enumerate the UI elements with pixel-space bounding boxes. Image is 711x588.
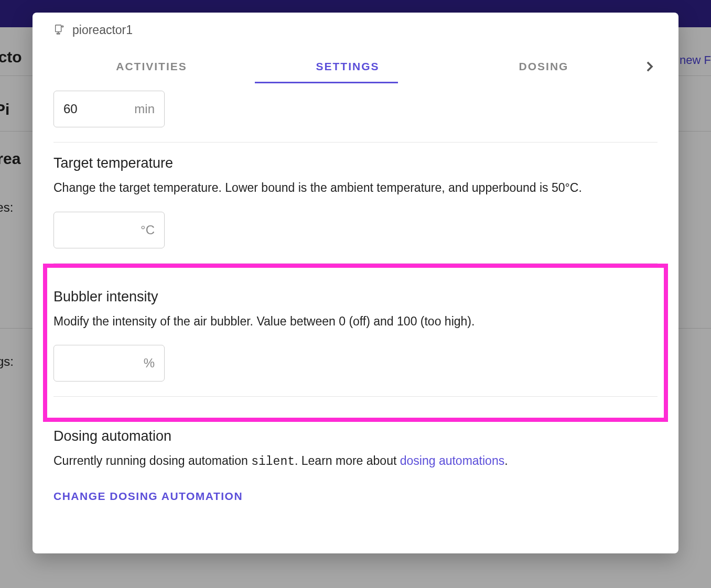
duration-unit: min xyxy=(134,102,155,116)
device-name: pioreactor1 xyxy=(72,23,133,37)
tabs: ACTIVITIES SETTINGS DOSING xyxy=(53,52,658,83)
dosing-desc: Currently running dosing automation sile… xyxy=(53,452,658,471)
dialog-body: min Target temperature Change the target… xyxy=(33,83,678,553)
bubbler-unit: % xyxy=(144,356,155,371)
target-temp-section: Target temperature Change the target tem… xyxy=(53,143,658,264)
bubbler-input[interactable] xyxy=(63,356,144,371)
dosing-desc-prefix: Currently running dosing automation xyxy=(53,454,251,467)
dosing-title: Dosing automation xyxy=(53,428,658,444)
svg-point-3 xyxy=(62,26,63,27)
target-temp-unit: °C xyxy=(141,223,155,237)
target-temp-input[interactable] xyxy=(63,223,141,237)
pioreactor-icon xyxy=(53,24,65,37)
dosing-desc-mid: . Learn more about xyxy=(295,454,400,467)
duration-input[interactable] xyxy=(63,102,134,116)
dosing-automation-name: silent xyxy=(251,455,295,469)
tab-activities[interactable]: ACTIVITIES xyxy=(53,52,250,83)
chevron-right-icon[interactable] xyxy=(642,61,658,74)
tab-dosing[interactable]: DOSING xyxy=(446,52,642,83)
bubbler-title: Bubbler intensity xyxy=(53,289,658,305)
tab-indicator xyxy=(255,82,398,83)
target-temp-title: Target temperature xyxy=(53,155,658,171)
bubbler-input-wrap: % xyxy=(53,345,165,382)
first-input-section: min xyxy=(53,83,658,143)
bubbler-section: Bubbler intensity Modify the intensity o… xyxy=(53,276,658,397)
target-temp-input-wrap: °C xyxy=(53,212,165,248)
svg-rect-2 xyxy=(57,33,60,34)
device-row: pioreactor1 xyxy=(53,23,658,37)
duration-input-wrap: min xyxy=(53,91,165,127)
svg-rect-0 xyxy=(56,25,61,31)
bubbler-highlight: Bubbler intensity Modify the intensity o… xyxy=(43,264,668,422)
target-temp-desc: Change the target temperature. Lower bou… xyxy=(53,179,658,197)
tab-settings[interactable]: SETTINGS xyxy=(250,52,446,83)
dosing-desc-suffix: . xyxy=(504,454,508,467)
dialog-header: pioreactor1 ACTIVITIES SETTINGS DOSING xyxy=(33,13,678,83)
dosing-automation-section: Dosing automation Currently running dosi… xyxy=(53,422,658,517)
settings-dialog: pioreactor1 ACTIVITIES SETTINGS DOSING m… xyxy=(33,13,678,553)
bubbler-desc: Modify the intensity of the air bubbler.… xyxy=(53,312,658,331)
change-dosing-automation-button[interactable]: CHANGE DOSING AUTOMATION xyxy=(53,490,658,503)
dosing-automations-link[interactable]: dosing automations xyxy=(400,454,504,467)
